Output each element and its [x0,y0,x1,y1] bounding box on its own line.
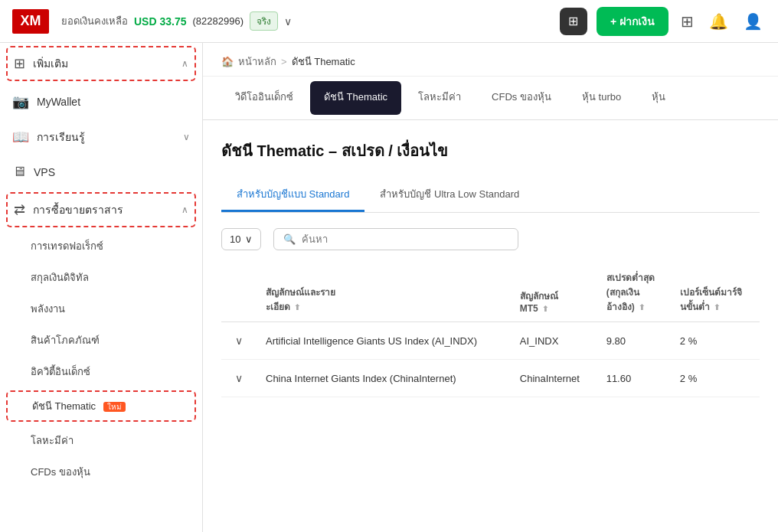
content-area: ดัชนี Thematic – สเปรด / เงื่อนไข สำหรับ… [203,120,778,416]
header: XM ยอดเงินคงเหลือ USD 33.75 (82282996) จ… [0,0,778,43]
sidebar-item-mywallet[interactable]: 📷 MyWallet [0,84,202,119]
leverage-cell: 2 % [671,322,760,360]
balance-area: ยอดเงินคงเหลือ USD 33.75 (82282996) จริง… [61,11,548,31]
sidebar-item-learning[interactable]: 📖 การเรียนรู้ ∨ [0,119,202,155]
search-input[interactable] [302,233,508,245]
name-cell: Artificial Intelligence Giants US Index … [257,322,511,360]
sidebar-item-cfd[interactable]: CFDs ของหุ้น [0,456,202,488]
sidebar-item-vps[interactable]: 🖥 VPS [0,155,202,189]
thematic-label: ดัชนี Thematic [32,400,96,412]
sub-tab-standard[interactable]: สำหรับบัญชีแบบ Standard [221,178,364,212]
sidebar-add-chevron: ∧ [181,58,188,69]
table-row: ∨ Artificial Intelligence Giants US Inde… [221,322,760,360]
sidebar-learning-label: การเรียนรู้ [37,129,175,145]
sidebar-learning-chevron: ∨ [183,132,190,142]
sort-leverage-icon[interactable]: ⬆ [714,303,720,312]
data-table: สัญลักษณ์และรายะเอียด ⬆ สัญลักษณ์MT5 ⬆ ส… [221,263,760,397]
sidebar-trading-label: การซื้อขายตราสาร [33,201,174,218]
tab-turbo[interactable]: หุ้น turbo [568,78,635,118]
expand-button[interactable]: ∨ [230,333,247,348]
deposit-label: + ฝากเงิน [610,13,655,30]
sidebar-mywallet-label: MyWallet [37,96,190,108]
sidebar-item-energy[interactable]: พลังงาน [0,293,202,325]
spread-cell: 11.60 [597,360,671,397]
sidebar-item-crypto[interactable]: สกุลเงินดิจิทัล [0,262,202,293]
main-inner: 🏠 หน้าหลัก > ดัชนี Thematic วิดีโออินเด็… [203,43,778,532]
account-type-badge: จริง [250,11,278,31]
expand-cell: ∨ [221,322,257,360]
tab-indices[interactable]: วิดีโออินเด็กซ์ [221,78,307,118]
tab-metals[interactable]: โลหะมีค่า [404,78,475,118]
symbol-cell: ChinaInternet [511,360,597,397]
table-row: ∨ China Internet Giants Index (ChinaInte… [221,360,760,397]
tab-thematic[interactable]: ดัชนี Thematic [310,81,401,115]
search-icon: 🔍 [283,233,296,245]
sidebar: ⊞ เพิ่มเติม ∧ 📷 MyWallet 📖 การเรียนรู้ ∨… [0,43,203,532]
breadcrumb: 🏠 หน้าหลัก > ดัชนี Thematic [203,43,778,77]
sidebar-trading-chevron: ∧ [181,204,188,215]
balance-account: (82282996) [192,15,244,27]
sort-spread-icon[interactable]: ⬆ [639,303,645,312]
grid-icon: ⊞ [14,55,25,72]
name-cell: China Internet Giants Index (ChinaIntern… [257,360,511,397]
col-symbol-mt5: สัญลักษณ์MT5 ⬆ [511,263,597,322]
sidebar-add-label: เพิ่มเติม [33,55,174,72]
tab-stocks[interactable]: หุ้น [638,78,679,118]
sub-tab-ultra[interactable]: สำหรับบัญชี Ultra Low Standard [364,178,534,212]
table-header-row: สัญลักษณ์และรายะเอียด ⬆ สัญลักษณ์MT5 ⬆ ส… [221,263,760,322]
book-icon: 📖 [12,129,29,145]
expand-button[interactable]: ∨ [230,370,247,386]
sidebar-item-trading[interactable]: ⇄ การซื้อขายตราสาร ∧ [6,192,196,227]
sidebar-item-add[interactable]: ⊞ เพิ่มเติม ∧ [6,46,196,81]
sidebar-item-thematic[interactable]: ดัชนี Thematic ใหม่ [6,390,196,422]
notification-button[interactable]: 🔔 [706,9,731,34]
trading-icon: ⇄ [14,201,25,218]
balance-dropdown-icon[interactable]: ∨ [284,15,292,28]
deposit-button[interactable]: + ฝากเงิน [597,7,668,36]
page-title: ดัชนี Thematic – สเปรด / เงื่อนไข [221,139,760,163]
tabs-bar: วิดีโออินเด็กซ์ ดัชนี Thematic โลหะมีค่า… [203,77,778,120]
user-profile-button[interactable]: 👤 [740,9,766,34]
table-controls: 10 ∨ 🔍 [221,228,760,250]
balance-amount: USD 33.75 [134,15,186,28]
thematic-new-badge: ใหม่ [103,402,126,412]
sidebar-item-precious[interactable]: โลหะมีค่า [0,425,202,456]
expand-cell: ∨ [221,360,257,397]
col-expand [221,263,257,322]
main-content: 🏠 หน้าหลัก > ดัชนี Thematic วิดีโออินเด็… [203,43,778,532]
breadcrumb-home[interactable]: หน้าหลัก [238,54,276,70]
col-leverage: เปอร์เซ็นต์มาร์จินขั้นต่ำ ⬆ [671,263,760,322]
sidebar-item-forex[interactable]: การเทรดฟอเร็กซ์ [0,230,202,262]
leverage-cell: 2 % [671,360,760,397]
apps-icon-button[interactable]: ⊞ [678,9,697,34]
logo: XM [12,9,49,34]
header-actions: ⊞ + ฝากเงิน ⊞ 🔔 👤 [560,7,766,36]
search-box: 🔍 [273,228,518,250]
wallet-icon: 📷 [12,93,29,110]
home-icon[interactable]: 🏠 [221,56,234,67]
tab-cfd[interactable]: CFDs ของหุ้น [478,78,565,118]
sidebar-item-commodities[interactable]: สินค้าโภคภัณฑ์ [0,325,202,356]
sidebar-vps-label: VPS [34,166,190,178]
balance-label: ยอดเงินคงเหลือ [61,13,128,29]
spread-cell: 9.80 [597,322,671,360]
main-layout: ⊞ เพิ่มเติม ∧ 📷 MyWallet 📖 การเรียนรู้ ∨… [0,43,778,532]
sort-mt5-icon[interactable]: ⬆ [542,305,548,313]
symbol-cell: AI_INDX [511,322,597,360]
breadcrumb-current: ดัชนี Thematic [292,54,355,70]
sub-tabs: สำหรับบัญชีแบบ Standard สำหรับบัญชี Ultr… [221,178,760,213]
col-min-spread: สเปรดต่ำสุด(สกุลเงินอ้างอิง) ⬆ [597,263,671,322]
monitor-icon: 🖥 [12,164,26,180]
sidebar-scroll: ⊞ เพิ่มเติม ∧ 📷 MyWallet 📖 การเรียนรู้ ∨… [0,43,202,532]
grid-button[interactable]: ⊞ [560,8,587,35]
breadcrumb-sep: > [281,56,287,67]
sidebar-item-indices[interactable]: อิควิตี้อินเด็กซ์ [0,356,202,387]
sort-symbol-icon[interactable]: ⬆ [294,303,300,312]
count-select[interactable]: 10 ∨ [221,228,261,250]
count-value: 10 [230,233,240,245]
count-chevron: ∨ [245,233,253,245]
col-symbol-detail: สัญลักษณ์และรายะเอียด ⬆ [257,263,511,322]
